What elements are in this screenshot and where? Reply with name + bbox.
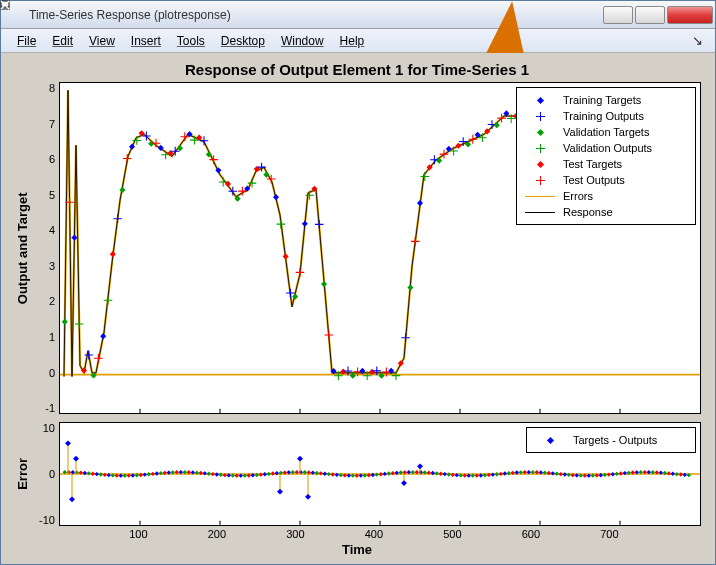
xtick: 700 xyxy=(600,528,618,540)
legend-label: Targets - Outputs xyxy=(573,432,657,449)
svg-rect-133 xyxy=(155,472,160,476)
svg-rect-13 xyxy=(71,235,77,241)
svg-rect-245 xyxy=(379,472,384,476)
svg-rect-275 xyxy=(439,472,444,476)
xtick: 300 xyxy=(286,528,304,540)
svg-rect-163 xyxy=(215,473,220,477)
legend-row: Validation Targets xyxy=(525,124,687,140)
svg-rect-215 xyxy=(319,471,324,475)
svg-rect-301 xyxy=(491,473,496,477)
svg-rect-49 xyxy=(417,200,423,206)
legend-label: Validation Outputs xyxy=(563,140,652,157)
svg-rect-127 xyxy=(143,473,148,477)
ytick: -10 xyxy=(39,514,55,526)
top-yticks: 8 7 6 5 4 3 2 1 0 -1 xyxy=(31,82,59,414)
svg-rect-403 xyxy=(69,497,75,503)
xtick: 200 xyxy=(208,528,226,540)
svg-rect-57 xyxy=(494,122,500,128)
svg-rect-103 xyxy=(95,472,100,476)
svg-rect-307 xyxy=(503,472,508,476)
top-ylabel: Output and Target xyxy=(13,82,31,414)
plus-icon xyxy=(536,176,545,185)
svg-rect-39 xyxy=(321,281,327,287)
svg-rect-189 xyxy=(267,472,272,476)
svg-rect-405 xyxy=(73,456,79,462)
svg-rect-279 xyxy=(447,473,452,477)
svg-rect-185 xyxy=(259,473,264,477)
top-axes[interactable]: Training Targets Training Outputs Valida… xyxy=(59,82,701,414)
legend-row: Errors xyxy=(525,188,687,204)
legend-label: Test Outputs xyxy=(563,172,625,189)
svg-rect-337 xyxy=(563,473,568,477)
close-button[interactable] xyxy=(667,6,713,24)
svg-rect-273 xyxy=(435,471,440,475)
svg-rect-389 xyxy=(667,471,672,475)
svg-rect-395 xyxy=(679,473,684,477)
svg-rect-277 xyxy=(443,472,448,476)
legend-row: Targets - Outputs xyxy=(535,432,687,448)
ytick: 4 xyxy=(49,224,55,236)
svg-rect-157 xyxy=(203,471,208,475)
svg-rect-409 xyxy=(297,456,303,462)
svg-rect-191 xyxy=(271,472,276,476)
legend-row: Training Targets xyxy=(525,92,687,108)
ytick: -1 xyxy=(45,402,55,414)
svg-rect-35 xyxy=(283,253,289,259)
diamond-icon xyxy=(536,160,543,167)
svg-rect-161 xyxy=(211,472,216,476)
top-legend[interactable]: Training Targets Training Outputs Valida… xyxy=(516,87,696,225)
svg-rect-34 xyxy=(273,194,279,200)
diamond-icon xyxy=(536,128,543,135)
svg-rect-401 xyxy=(65,441,71,447)
bottom-legend[interactable]: Targets - Outputs xyxy=(526,427,696,453)
ytick: 8 xyxy=(49,82,55,94)
svg-rect-363 xyxy=(615,472,620,476)
titlebar[interactable]: Time-Series Response (plotresponse) xyxy=(1,1,715,29)
legend-label: Training Outputs xyxy=(563,108,644,125)
svg-rect-415 xyxy=(417,464,423,470)
svg-rect-16 xyxy=(100,333,106,339)
legend-label: Validation Targets xyxy=(563,124,649,141)
svg-rect-243 xyxy=(375,473,380,477)
legend-row: Test Targets xyxy=(525,156,687,172)
diamond-icon xyxy=(546,437,553,444)
xtick: 400 xyxy=(365,528,383,540)
svg-rect-17 xyxy=(110,251,116,257)
xticks-row: 0 100 200 300 400 500 600 700 800 xyxy=(13,528,701,540)
svg-rect-12 xyxy=(62,319,68,325)
diamond-icon xyxy=(536,96,543,103)
xticks: 0 100 200 300 400 500 600 700 800 xyxy=(59,528,701,540)
svg-rect-333 xyxy=(555,472,560,476)
svg-rect-219 xyxy=(327,472,332,476)
figure-area: Response of Output Element 1 for Time-Se… xyxy=(1,53,715,564)
ytick: 1 xyxy=(49,331,55,343)
svg-rect-305 xyxy=(499,472,504,476)
ytick: 0 xyxy=(49,367,55,379)
svg-rect-187 xyxy=(263,472,268,476)
svg-rect-393 xyxy=(675,472,680,476)
app-window: Time-Series Response (plotresponse) File… xyxy=(0,0,716,565)
legend-row: Training Outputs xyxy=(525,108,687,124)
chart-title: Response of Output Element 1 for Time-Se… xyxy=(13,61,701,78)
svg-rect-131 xyxy=(151,472,156,476)
bottom-yticks: 10 0 -10 xyxy=(31,422,59,526)
plus-icon xyxy=(536,144,545,153)
svg-rect-391 xyxy=(671,472,676,476)
bottom-axes[interactable]: Targets - Outputs xyxy=(59,422,701,526)
top-plot-row: Output and Target 8 7 6 5 4 3 2 1 0 -1 xyxy=(13,82,701,414)
svg-rect-18 xyxy=(119,187,125,193)
ytick: 6 xyxy=(49,153,55,165)
xtick: 500 xyxy=(443,528,461,540)
xtick: 100 xyxy=(129,528,147,540)
svg-rect-331 xyxy=(551,471,556,475)
xlabel: Time xyxy=(13,542,701,557)
legend-label: Training Targets xyxy=(563,92,641,109)
svg-rect-407 xyxy=(277,489,283,495)
ytick: 10 xyxy=(43,422,55,434)
ytick: 2 xyxy=(49,295,55,307)
svg-rect-359 xyxy=(607,473,612,477)
plus-icon xyxy=(536,112,545,121)
svg-rect-105 xyxy=(99,473,104,477)
ytick: 5 xyxy=(49,189,55,201)
legend-label: Response xyxy=(563,204,613,221)
